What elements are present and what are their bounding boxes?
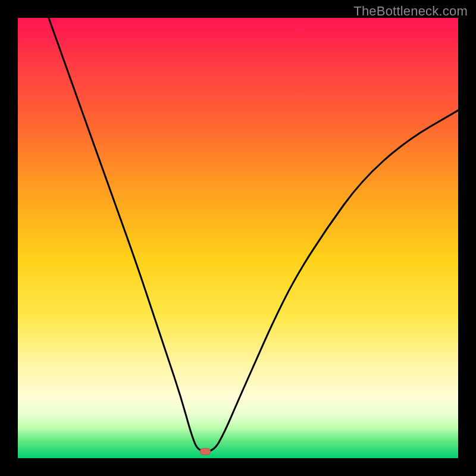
plot-area [18,18,458,458]
attribution-text: TheBottleneck.com [353,4,468,19]
bottleneck-curve [18,18,458,458]
curve-path [49,18,458,452]
optimal-point-marker [200,448,211,455]
chart-frame: TheBottleneck.com [0,0,476,476]
